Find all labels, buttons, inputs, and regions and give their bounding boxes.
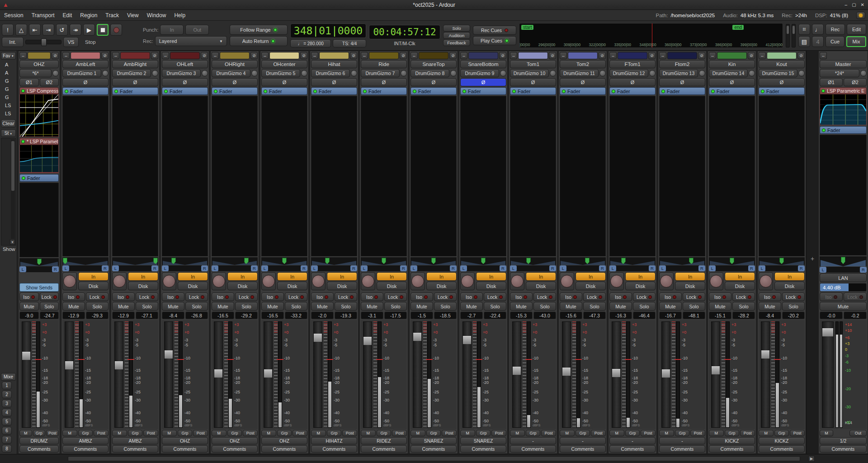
solo-lock-button[interactable]: Lock <box>384 293 407 301</box>
peak-display[interactable]: -29.2 <box>235 312 258 319</box>
compressor-graph[interactable] <box>19 94 59 137</box>
meter-point-button[interactable]: Post <box>243 430 258 436</box>
auto-return-button[interactable]: Auto Return <box>230 36 288 46</box>
mixer-scene-button-5[interactable]: 5 <box>2 418 12 425</box>
trim-knob[interactable] <box>749 70 755 76</box>
meter-point-button[interactable]: Post <box>491 430 506 436</box>
metering-input-button[interactable]: M <box>62 430 77 436</box>
strips-list-header[interactable]: St▲ <box>1 129 16 137</box>
output-button[interactable]: KICKZ <box>759 437 805 444</box>
output-button[interactable]: - <box>560 437 606 444</box>
solo-isolate-button[interactable]: Iso <box>759 293 781 301</box>
metering-input-button[interactable]: M <box>659 430 674 436</box>
hide-strip-icon[interactable]: ⊘ <box>201 52 208 59</box>
mixer-scene-button-1[interactable]: 1 <box>2 382 12 389</box>
favorite-plugin-item[interactable]: G <box>5 85 16 93</box>
group-button[interactable]: Grp <box>426 430 441 436</box>
track-color-bar[interactable] <box>220 52 250 59</box>
pan-control[interactable] <box>311 257 357 265</box>
phase-button[interactable]: Ø <box>759 78 805 86</box>
input-monitor-button[interactable]: In <box>476 272 506 281</box>
hide-strip-icon[interactable]: ⊘ <box>797 52 805 59</box>
peak-display[interactable]: -26.8 <box>185 312 208 319</box>
track-output-button[interactable]: DrumGizmo 1 <box>62 69 101 77</box>
processor-box[interactable] <box>560 96 606 256</box>
track-output-button[interactable]: DrumGizmo 15 <box>759 69 797 77</box>
solo-isolate-button[interactable]: Iso <box>261 293 284 301</box>
comments-button[interactable]: Comments <box>410 445 457 453</box>
fader[interactable] <box>22 321 31 428</box>
gain-display[interactable]: -16.5 <box>261 312 284 319</box>
input-monitor-button[interactable]: In <box>426 272 457 281</box>
solo-button[interactable]: Solo <box>40 302 59 311</box>
mixer-scene-button-2[interactable]: 2 <box>2 391 12 398</box>
eq-graph[interactable] <box>19 145 59 173</box>
favorite-plugins-header[interactable]: Fav▼ <box>1 52 16 60</box>
record-enable-knob[interactable] <box>62 272 77 290</box>
gain-display[interactable]: -12.9 <box>112 312 135 319</box>
record-enable-knob[interactable] <box>261 272 276 290</box>
group-button[interactable]: Grp <box>774 430 789 436</box>
gain-display[interactable]: -15.6 <box>560 312 582 319</box>
trim-knob[interactable] <box>798 70 805 76</box>
metering-input-button[interactable]: M <box>609 430 624 436</box>
track-name-button[interactable]: FTom1 <box>609 60 656 68</box>
fader-processor[interactable]: Fader <box>759 87 805 95</box>
track-color-bar[interactable] <box>28 52 51 59</box>
record-enable-knob[interactable] <box>162 272 176 290</box>
group-button[interactable]: Grp <box>725 430 740 436</box>
pan-control[interactable] <box>19 258 59 266</box>
input-monitor-button[interactable]: In <box>526 272 556 281</box>
record-button[interactable] <box>110 24 122 36</box>
input-monitor-button[interactable]: In <box>625 272 656 281</box>
peak-display[interactable]: -17.5 <box>384 312 407 319</box>
group-button[interactable]: Grp <box>178 430 193 436</box>
solo-button[interactable]: Solo <box>384 302 407 311</box>
track-output-button[interactable]: DrumGizmo 5 <box>261 69 300 77</box>
fader[interactable] <box>65 321 74 428</box>
metering-input-button[interactable]: M <box>709 430 724 436</box>
solo-lock-button[interactable]: Lock <box>533 293 556 301</box>
track-name-button[interactable]: AmbRight <box>112 60 158 68</box>
midi-panic-button[interactable]: ! <box>2 24 14 36</box>
solo-lock-button[interactable]: Lock <box>583 293 606 301</box>
solo-button[interactable]: Solo <box>683 302 705 311</box>
metering-input-button[interactable]: M <box>410 430 425 436</box>
monitor-source-button[interactable]: Int. <box>2 37 24 47</box>
track-color-bar[interactable] <box>419 52 448 59</box>
fader-processor[interactable]: Fader <box>212 87 258 95</box>
track-output-button[interactable]: DrumGizmo 7 <box>361 69 400 77</box>
pan-control[interactable] <box>112 257 158 265</box>
solo-lock-button[interactable]: Lock <box>86 293 108 301</box>
output-button[interactable]: OHZ <box>162 437 208 444</box>
input-monitor-button[interactable]: In <box>377 272 407 281</box>
sync-source-label[interactable]: INT/M-Clk <box>369 41 440 46</box>
strip-width-icon[interactable]: ↔ <box>510 52 517 59</box>
follow-range-button[interactable]: Follow Range <box>230 25 288 35</box>
comments-button[interactable]: Comments <box>62 445 108 453</box>
record-enable-knob[interactable] <box>659 272 674 290</box>
strip-width-icon[interactable]: ↔ <box>361 52 368 59</box>
strips-list-down-arrow[interactable]: ▼ <box>10 239 15 245</box>
fader[interactable] <box>822 321 834 428</box>
meter-point-button[interactable]: Post <box>46 430 59 436</box>
track-color-bar[interactable] <box>468 52 498 59</box>
disk-monitor-button[interactable]: Disk <box>277 282 307 290</box>
solo-isolate-button[interactable]: Iso <box>112 293 135 301</box>
comments-button[interactable]: Comments <box>261 445 307 453</box>
trim-knob[interactable] <box>699 70 705 76</box>
comments-button[interactable]: Comments <box>19 445 59 453</box>
output-button[interactable]: OHZ <box>212 437 258 444</box>
note-icon[interactable]: ♩ <box>812 24 824 35</box>
meter-point-button[interactable]: Post <box>790 430 805 436</box>
metering-input-button[interactable]: M <box>361 430 376 436</box>
strip-width-icon[interactable]: ↔ <box>659 52 666 59</box>
track-color-bar[interactable] <box>618 52 647 59</box>
input-monitor-button[interactable]: In <box>128 272 158 281</box>
track-output-button[interactable]: DrumGizmo 12 <box>609 69 648 77</box>
phase-button[interactable]: Ø <box>311 78 357 86</box>
meter-point-button[interactable]: Post <box>591 430 606 436</box>
mixer-scene-button-8[interactable]: 8 <box>2 445 12 453</box>
pan-control[interactable] <box>659 257 705 265</box>
mixer-window-button[interactable]: Mix <box>846 36 866 47</box>
